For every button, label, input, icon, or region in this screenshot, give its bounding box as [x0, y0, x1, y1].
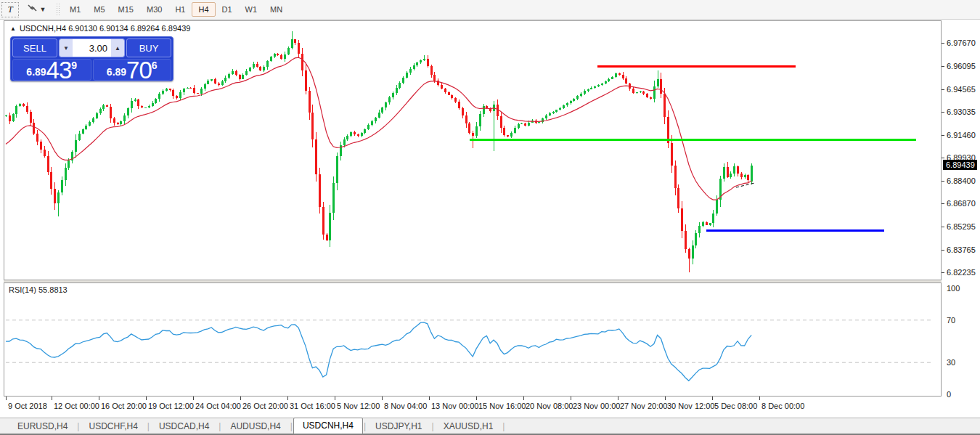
price-axis-tick — [942, 135, 944, 136]
price-axis-tick — [942, 250, 944, 251]
time-axis[interactable]: 9 Oct 201812 Oct 00:0016 Oct 20:0019 Oct… — [4, 397, 942, 415]
timeframe-button-m15[interactable]: M15 — [112, 2, 140, 17]
candle-body — [640, 92, 642, 92]
candle-body — [364, 129, 366, 133]
tab-audusd-h4[interactable]: AUDUSD,H4 — [221, 420, 289, 433]
candle-body — [570, 101, 572, 102]
price-axis[interactable]: 6.976706.960956.945656.930356.914606.899… — [942, 20, 980, 397]
price-axis-tick — [942, 89, 944, 90]
candle-body — [573, 99, 575, 101]
candle-body — [737, 166, 739, 174]
volume-increase-button[interactable]: ▲ — [111, 39, 124, 57]
tab-separator: | — [502, 421, 505, 431]
candle-body — [622, 75, 624, 79]
candle-body — [354, 132, 356, 135]
candle-body — [131, 101, 133, 108]
timeframe-button-m1[interactable]: M1 — [63, 2, 87, 17]
candle-body — [451, 95, 453, 98]
candle-body — [472, 133, 474, 136]
candle-body — [259, 67, 261, 70]
candle-body — [402, 78, 404, 83]
candle-body — [580, 94, 582, 97]
price-axis-tick — [942, 66, 944, 67]
candle-body — [423, 59, 425, 60]
rsi-indicator-value: 55.8813 — [38, 285, 68, 294]
time-axis-label: 19 Oct 12:00 — [148, 402, 194, 410]
timeframe-button-m5[interactable]: M5 — [87, 2, 111, 17]
timeframe-button-w1[interactable]: W1 — [239, 2, 264, 17]
time-axis-tick — [712, 397, 713, 400]
time-axis-label: 24 Oct 04:00 — [195, 402, 241, 410]
price-axis-label: 6.94565 — [947, 85, 976, 94]
timeframe-button-h4[interactable]: H4 — [192, 2, 215, 17]
candle-body — [642, 92, 645, 94]
candle-body — [294, 39, 296, 43]
rsi-indicator-name: RSI(14) — [9, 285, 36, 294]
candle-body — [566, 103, 568, 105]
candle-body — [134, 99, 136, 101]
candle-body — [102, 105, 105, 109]
sell-button[interactable]: SELL — [12, 38, 57, 57]
tab-usdchf-h4[interactable]: USDCHF,H4 — [80, 420, 146, 433]
tab-usdcnh-h4[interactable]: USDCNH,H4 — [293, 418, 363, 434]
candle-body — [605, 81, 607, 84]
candle-body — [520, 123, 523, 124]
candle-body — [57, 192, 60, 203]
price-axis-label: 6.82235 — [947, 268, 976, 277]
candle-body — [462, 108, 464, 115]
candle-body — [50, 172, 52, 189]
volume-stepper: ▼ ▲ — [59, 38, 125, 57]
candle-body — [263, 67, 265, 70]
buy-price[interactable]: 6.89 70 6 — [93, 59, 172, 81]
candle-body — [660, 79, 662, 94]
candle-body — [549, 113, 551, 115]
tab-usdcad-h4[interactable]: USDCAD,H4 — [150, 420, 218, 433]
candle-body — [120, 121, 122, 124]
candle-body — [716, 200, 718, 214]
toolbar-grip[interactable] — [56, 3, 60, 16]
candle-body — [326, 235, 328, 240]
candle-body — [152, 103, 154, 106]
arrows-tool-button[interactable]: ▼ — [22, 2, 51, 17]
candle-body — [15, 106, 17, 114]
candle-body — [709, 223, 711, 224]
candle-body — [36, 134, 38, 142]
candle-body — [33, 123, 35, 134]
sell-price[interactable]: 6.89 43 9 — [12, 59, 91, 81]
candle-body — [475, 126, 478, 136]
timeframe-button-m30[interactable]: M30 — [140, 2, 168, 17]
rsi-line[interactable] — [6, 322, 751, 381]
candle-body — [270, 57, 272, 60]
candle-body — [169, 89, 171, 90]
candle-body — [733, 166, 735, 174]
candle-body — [524, 123, 526, 125]
candle-body — [430, 66, 433, 74]
candle-body — [315, 139, 317, 174]
candle-body — [483, 106, 485, 114]
candle-body — [193, 88, 195, 93]
chart-title-text: USDCNH,H4 6.90130 6.90134 6.89264 6.8943… — [20, 24, 190, 33]
tab-usdjpy-h1[interactable]: USDJPY,H1 — [367, 420, 430, 433]
candle-body — [301, 54, 303, 70]
candle-body — [127, 108, 129, 115]
timeframe-button-h1[interactable]: H1 — [168, 2, 192, 17]
candle-body — [712, 214, 714, 223]
rsi-canvas[interactable] — [4, 283, 941, 396]
candle-body — [280, 55, 282, 60]
buy-button[interactable]: BUY — [126, 38, 171, 57]
time-axis-label: 8 Nov 04:00 — [384, 402, 427, 410]
candle-body — [375, 118, 377, 121]
timeframe-button-d1[interactable]: D1 — [216, 2, 239, 17]
candle-body — [47, 156, 49, 172]
buy-price-big: 70 — [126, 60, 152, 80]
timeframe-button-mn[interactable]: MN — [264, 2, 289, 17]
tab-xauusd-h1[interactable]: XAUUSD,H1 — [435, 420, 502, 433]
candle-body — [692, 245, 694, 259]
tab-eurusd-h4[interactable]: EURUSD,H4 — [9, 420, 76, 433]
candle-body — [653, 86, 656, 99]
volume-decrease-button[interactable]: ▼ — [60, 39, 73, 57]
candle-body — [657, 79, 659, 86]
text-tool-button[interactable]: T — [1, 2, 19, 17]
candle-body — [158, 94, 160, 99]
volume-input[interactable] — [73, 39, 111, 57]
